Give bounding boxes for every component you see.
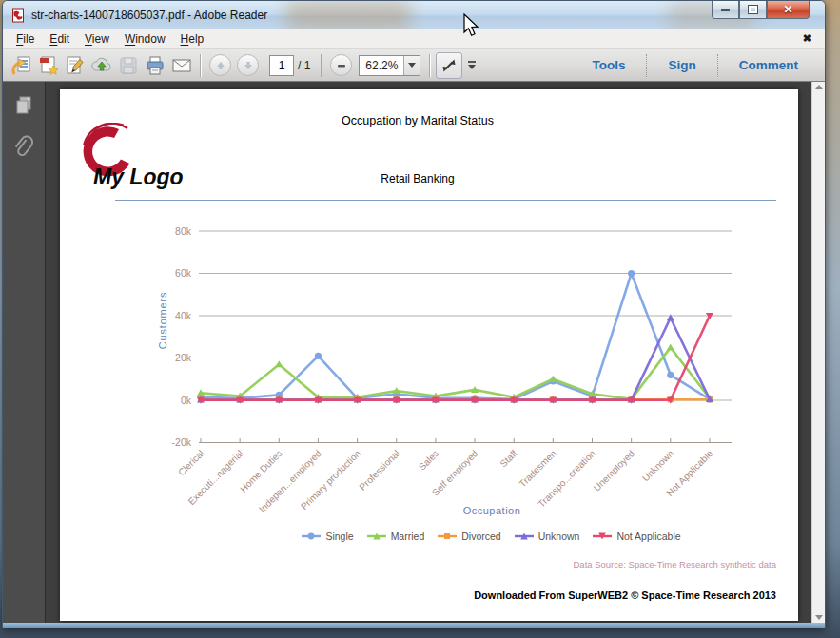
comment-panel-button[interactable]: Comment [718, 54, 819, 77]
email-button[interactable] [168, 52, 195, 79]
legend-label: Unknown [538, 531, 580, 542]
save-icon [117, 54, 140, 77]
data-source-note: Data Source: Space-Time Research synthet… [574, 559, 777, 570]
pdf-page: Occupation by Marital Status My Logo Ret… [60, 89, 798, 621]
x-tick-label: Staff [498, 448, 518, 469]
chevron-bar [468, 61, 476, 63]
legend-marker-icon [366, 532, 387, 541]
legend-label: Not Applicable [616, 531, 680, 542]
legend-marker-icon [514, 532, 535, 541]
sign-button[interactable] [62, 52, 88, 79]
create-pdf-button[interactable] [35, 52, 62, 79]
x-axis-title: Occupation [463, 505, 521, 516]
vertical-scrollbar[interactable] [811, 82, 825, 623]
cloud-upload-icon [90, 54, 113, 77]
attachments-button[interactable] [9, 133, 39, 164]
data-point [628, 270, 635, 277]
adobe-reader-window: str-charts-1400718605037.pdf - Adobe Rea… [2, 0, 826, 628]
next-page-button[interactable] [237, 54, 259, 76]
tools-panel-button[interactable]: Tools [571, 54, 646, 77]
menu-item-file[interactable]: File [9, 30, 42, 48]
y-tick-label: 0k [181, 395, 192, 406]
more-tools-button[interactable] [468, 61, 476, 69]
minimize-icon [721, 9, 730, 11]
menu-item-view[interactable]: View [77, 30, 117, 48]
zoom-out-button[interactable] [330, 54, 352, 76]
x-tick-label: Sales [417, 448, 440, 472]
close-icon: ✕ [783, 4, 792, 15]
legend-item-divorced: Divorced [437, 531, 500, 542]
legend-item-unknown: Unknown [514, 531, 580, 542]
scroll-down-icon[interactable] [815, 615, 823, 620]
create-pdf-icon [37, 54, 60, 77]
data-point [667, 343, 674, 350]
data-point [315, 353, 322, 359]
restore-icon [749, 6, 757, 13]
x-tick-label: Clerical [176, 448, 205, 477]
print-icon [144, 54, 166, 77]
navigation-pane [3, 82, 45, 623]
legend-item-not-applicable: Not Applicable [592, 531, 680, 542]
previous-page-button[interactable] [209, 54, 231, 76]
title-bar[interactable]: str-charts-1400718605037.pdf - Adobe Rea… [3, 1, 825, 29]
x-tick-label: Tradesmen [517, 448, 557, 489]
page-thumbnails-icon [12, 93, 35, 116]
resize-diagonal-icon [440, 56, 459, 75]
send-button[interactable] [88, 52, 115, 79]
series-line-married [201, 347, 710, 399]
page-thumbnails-button[interactable] [9, 89, 39, 120]
minimize-button[interactable] [712, 1, 739, 19]
chart-svg: 80k60k40k20k0k-20kClericalExecuti...nage… [60, 89, 798, 622]
close-document-icon[interactable]: ✖ [803, 32, 811, 45]
paperclip-icon [11, 135, 36, 162]
dropdown-arrow-icon [408, 63, 416, 68]
window-title: str-charts-1400718605037.pdf - Adobe Rea… [31, 9, 267, 22]
window-bottom-edge [3, 623, 825, 628]
x-tick-label: Unemployed [592, 448, 636, 493]
pdf-file-icon [10, 8, 26, 23]
y-tick-label: 40k [175, 310, 192, 321]
data-point [549, 376, 557, 382]
legend-label: Divorced [461, 531, 500, 542]
page-number-input[interactable] [269, 55, 294, 76]
legend-marker-icon [437, 532, 458, 541]
menu-item-help[interactable]: Help [173, 30, 212, 48]
menu-item-window[interactable]: Window [117, 30, 173, 48]
download-footer: Downloaded From SuperWEB2 © Space-Time R… [474, 590, 776, 601]
toolbar-separator [321, 54, 322, 77]
document-pane[interactable]: Occupation by Marital Status My Logo Ret… [45, 82, 811, 623]
legend-label: Single [325, 531, 353, 542]
save-button[interactable] [115, 52, 142, 79]
legend-label: Married [391, 531, 425, 542]
data-point [275, 360, 283, 367]
legend-item-single: Single [301, 531, 353, 542]
print-button[interactable] [142, 52, 168, 79]
scroll-up-icon[interactable] [815, 85, 823, 89]
menu-bar: FileEditViewWindowHelp ✖ [3, 29, 825, 49]
wallpaper-glare [286, 1, 410, 29]
minus-icon [336, 60, 347, 71]
sign-panel-button[interactable]: Sign [647, 54, 716, 77]
toolbar-separator [200, 54, 202, 77]
fit-window-button[interactable] [436, 52, 462, 79]
menu-item-edit[interactable]: Edit [42, 30, 77, 48]
up-arrow-icon [214, 59, 227, 72]
x-tick-label: Professional [357, 448, 401, 493]
chevron-down-icon [468, 65, 476, 69]
zoom-level-control[interactable]: 62.2% [359, 55, 420, 76]
toolbar-separator [429, 54, 431, 77]
zoom-dropdown-button[interactable] [403, 56, 420, 75]
email-icon [170, 54, 193, 77]
x-tick-label: Unknown [640, 448, 675, 483]
y-axis-title: Customers [157, 292, 168, 349]
legend-item-married: Married [366, 531, 425, 542]
y-tick-label: 60k [175, 267, 192, 279]
restore-button[interactable] [739, 1, 767, 19]
y-tick-label: -20k [172, 436, 192, 448]
data-point [667, 314, 674, 320]
sign-pencil-icon [64, 54, 87, 77]
close-button[interactable]: ✕ [767, 1, 810, 19]
open-button[interactable] [9, 52, 35, 79]
series-line-unknown [201, 318, 710, 399]
down-arrow-icon [242, 59, 255, 72]
